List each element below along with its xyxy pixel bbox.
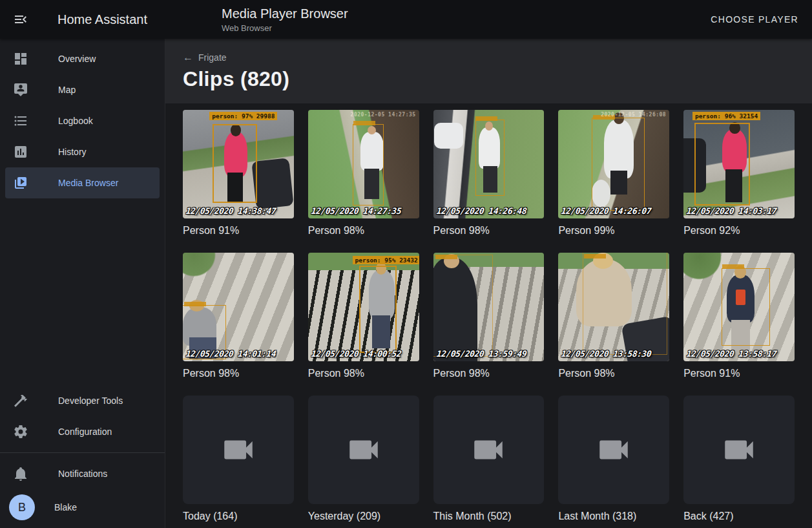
clip-label: Person 98% — [183, 368, 294, 381]
scene-object — [434, 123, 463, 149]
sidebar-item-label: Configuration — [58, 427, 112, 437]
folder-card: Back (427) — [683, 396, 795, 524]
clip-card: 12/05/2020 14:26:48 Person 98% — [433, 110, 545, 238]
folder-card: Today (164) — [183, 396, 294, 524]
detection-chip: person: 97% 29988 — [209, 112, 277, 120]
folder-card: Last Month (318) — [558, 396, 669, 524]
clip-timestamp-overlay: 12/05/2020 14:01:14 — [185, 349, 276, 359]
sidebar-item-developer-tools[interactable]: Developer Tools — [5, 385, 160, 416]
detection-chip-mini — [184, 302, 206, 306]
folder-back[interactable] — [683, 396, 795, 504]
detection-chip-mini — [353, 121, 375, 125]
arrow-left-icon: ← — [183, 52, 193, 63]
menu-open-icon[interactable] — [13, 12, 28, 27]
clip-label: Person 98% — [308, 368, 419, 381]
list-icon — [13, 113, 28, 129]
camera-osd-timestamp: 2020-12-05 14:26:08 — [601, 112, 666, 118]
top-app-bar: Home Assistant Media Player Browser Web … — [0, 0, 812, 39]
clip-thumbnail[interactable]: 12/05/2020 13:59:49 — [433, 253, 545, 361]
detection-bbox — [353, 124, 384, 206]
bell-icon — [13, 466, 28, 481]
sidebar-item-label: Developer Tools — [58, 396, 123, 406]
clip-timestamp-overlay: 12/05/2020 14:26:07 — [561, 206, 652, 216]
video-icon — [720, 431, 758, 469]
detection-bbox — [592, 118, 645, 211]
folder-card: Yesterday (209) — [308, 396, 419, 524]
clip-card: 12/05/2020 13:58:17 Person 91% — [683, 253, 795, 381]
sidebar-divider — [0, 452, 165, 453]
folder-label: Yesterday (209) — [308, 511, 419, 524]
detection-chip: person: 96% 32154 — [692, 112, 760, 120]
app-window: Home Assistant Media Player Browser Web … — [0, 0, 812, 528]
sidebar-item-label: History — [58, 147, 87, 157]
folder-label: Last Month (318) — [558, 511, 669, 524]
detection-bbox — [722, 268, 771, 346]
chart-box-icon — [13, 144, 28, 160]
sidebar-item-label: Media Browser — [58, 178, 118, 188]
gear-icon — [13, 424, 28, 439]
clip-label: Person 98% — [433, 368, 545, 381]
folder-last-month[interactable] — [558, 396, 669, 504]
sidebar: Overview Map Logbook History Media Brows… — [0, 39, 165, 528]
clip-label: Person 91% — [183, 225, 294, 238]
account-tooltip-icon — [13, 82, 28, 98]
folder-label: Today (164) — [183, 511, 294, 524]
sidebar-item-notifications[interactable]: Notifications — [5, 458, 160, 489]
clip-timestamp-overlay: 12/05/2020 14:03:17 — [686, 206, 777, 216]
detection-chip-mini — [584, 254, 606, 259]
clip-label: Person 98% — [308, 225, 419, 238]
play-box-multiple-icon — [13, 175, 28, 191]
folder-label: This Month (502) — [433, 511, 545, 524]
clip-card: person: 96% 32154 12/05/2020 14:03:17 Pe… — [683, 110, 795, 238]
clip-card: person: 97% 29988 12/05/2020 14:38:47 Pe… — [183, 110, 294, 238]
sidebar-item-media-browser[interactable]: Media Browser — [5, 167, 160, 198]
sidebar-item-logbook[interactable]: Logbook — [5, 105, 160, 136]
sidebar-item-map[interactable]: Map — [5, 74, 160, 105]
clip-card: 2020-12-05 14:26:08 12/05/2020 14:26:07 … — [558, 110, 669, 238]
media-browser-panel: ← Frigate Clips (820) person: 97% 29988 … — [165, 39, 812, 528]
media-grid: person: 97% 29988 12/05/2020 14:38:47 Pe… — [183, 110, 795, 524]
clip-thumbnail[interactable]: 12/05/2020 14:01:14 — [183, 253, 294, 361]
content-header: ← Frigate Clips (820) — [165, 39, 812, 103]
choose-player-button[interactable]: CHOOSE PLAYER — [711, 14, 798, 25]
detection-chip-mini — [475, 116, 497, 121]
sidebar-item-overview[interactable]: Overview — [5, 43, 160, 74]
clip-thumbnail[interactable]: 12/05/2020 14:26:48 — [433, 110, 545, 218]
video-icon — [595, 431, 632, 469]
dashboard-icon — [13, 51, 28, 67]
video-icon — [470, 431, 507, 469]
breadcrumb-back[interactable]: ← Frigate — [183, 52, 227, 63]
camera-osd-timestamp: 2020-12-05 14:27:35 — [351, 112, 416, 118]
clip-timestamp-overlay: 12/05/2020 14:26:48 — [436, 206, 527, 216]
clip-thumbnail[interactable]: person: 96% 32154 12/05/2020 14:03:17 — [683, 110, 795, 218]
folder-yesterday[interactable] — [308, 396, 419, 504]
clip-label: Person 92% — [683, 225, 795, 238]
folder-today[interactable] — [183, 396, 294, 504]
sidebar-item-label: Overview — [58, 54, 96, 64]
avatar: B — [9, 494, 35, 520]
folder-this-month[interactable] — [433, 396, 545, 504]
folder-label: Back (427) — [683, 511, 795, 524]
user-name: Blake — [54, 502, 77, 512]
video-icon — [220, 431, 257, 469]
detection-bbox — [475, 120, 505, 196]
clip-thumbnail[interactable]: 2020-12-05 14:26:08 12/05/2020 14:26:07 — [558, 110, 669, 218]
clip-thumbnail[interactable]: person: 97% 29988 12/05/2020 14:38:47 — [183, 110, 294, 218]
detection-bbox — [213, 124, 257, 204]
sidebar-item-configuration[interactable]: Configuration — [5, 416, 160, 447]
clip-label: Person 98% — [558, 368, 669, 381]
detection-bbox — [694, 123, 750, 206]
clip-timestamp-overlay: 12/05/2020 13:58:30 — [561, 349, 652, 359]
sidebar-item-history[interactable]: History — [5, 136, 160, 167]
clip-thumbnail[interactable]: 2020-12-05 14:27:35 12/05/2020 14:27:35 — [308, 110, 419, 218]
clip-timestamp-overlay: 12/05/2020 14:00:52 — [311, 349, 402, 359]
clip-label: Person 98% — [433, 225, 545, 238]
sidebar-item-label: Map — [58, 85, 76, 95]
clip-card: 2020-12-05 14:27:35 12/05/2020 14:27:35 … — [308, 110, 419, 238]
sidebar-user[interactable]: B Blake — [5, 489, 160, 525]
clip-thumbnail[interactable]: person: 95% 23432 12/05/2020 14:00:52 — [308, 253, 419, 361]
clip-thumbnail[interactable]: 12/05/2020 13:58:17 — [683, 253, 795, 361]
clip-thumbnail[interactable]: 12/05/2020 13:58:30 — [558, 253, 669, 361]
sidebar-header: Home Assistant — [0, 12, 165, 27]
panel-title: Media Player Browser — [222, 6, 348, 21]
